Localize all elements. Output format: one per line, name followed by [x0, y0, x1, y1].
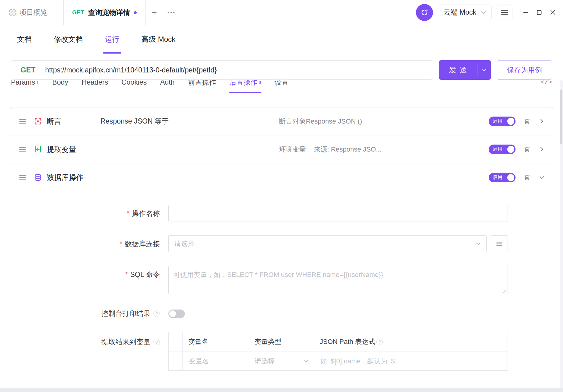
variables-table-header: 变量名 变量类型 JSON Path 表达式 ? — [169, 332, 508, 352]
chevron-down-icon — [476, 242, 481, 245]
refresh-icon — [420, 9, 428, 16]
project-overview-button[interactable]: 项目概览 — [0, 0, 56, 25]
minimize-button[interactable] — [519, 4, 533, 21]
request-subtabs-strip: Params1 Body Headers Cookies Auth 前置操作 后… — [11, 80, 552, 93]
database-connection-label: 数据库连接 — [125, 239, 160, 249]
request-doc-tab[interactable]: GET 查询宠物详情 — [63, 0, 146, 25]
expand-chevron-icon[interactable] — [539, 147, 544, 152]
subtab-headers[interactable]: Headers — [82, 80, 108, 93]
sql-command-textarea[interactable] — [168, 266, 508, 294]
col-json-path: JSON Path 表达式 ? — [314, 332, 508, 352]
tab-method-label: GET — [72, 9, 85, 16]
action-row-database[interactable]: 数据库操作 启用 — [10, 163, 553, 191]
new-tab-button[interactable] — [146, 0, 163, 25]
extract-source-meta: 来源: Response JSO... — [314, 145, 382, 154]
subtab-post-actions[interactable]: 后置操作3 — [229, 80, 261, 93]
viewport-bottom-edge — [0, 388, 563, 392]
post-actions-count-badge: 3 — [259, 80, 261, 85]
console-print-label: 控制台打印结果 — [101, 309, 150, 318]
maximize-icon — [537, 10, 542, 15]
database-connection-row: * 数据库连接 请选择 — [10, 235, 553, 252]
expand-chevron-icon[interactable] — [539, 119, 544, 124]
sync-button[interactable] — [416, 4, 433, 21]
enable-toggle[interactable]: 启用 — [489, 117, 515, 126]
titlebar-right: 云端 Mock — [416, 0, 563, 25]
unsaved-dot — [134, 11, 137, 14]
subtab-cookies[interactable]: Cookies — [121, 80, 147, 93]
extract-result-label: 提取结果到变量 — [101, 337, 150, 347]
database-connection-select[interactable]: 请选择 — [168, 235, 487, 252]
plus-icon — [151, 9, 157, 16]
grid-icon — [9, 9, 16, 16]
main-menu-button[interactable] — [497, 5, 512, 20]
action-row-extract-variable[interactable]: 提取变量 环境变量 来源: Response JSO... 启用 — [10, 135, 553, 163]
hamburger-icon — [501, 10, 508, 15]
sql-command-label: SQL 命令 — [130, 270, 160, 279]
tab-docs[interactable]: 文档 — [17, 25, 32, 54]
variable-type-select[interactable]: 请选择 — [255, 357, 308, 366]
help-icon[interactable]: ? — [153, 310, 160, 317]
header-spacer-cell — [169, 332, 183, 352]
assertion-subtitle: Response JSON 等于 — [100, 117, 279, 126]
send-dropdown-button[interactable] — [477, 60, 491, 80]
json-path-input[interactable] — [320, 357, 502, 366]
variables-table-row: 请选择 — [169, 352, 508, 370]
url-input[interactable]: https://mock.apifox.cn/m1/1040113-0-defa… — [45, 66, 216, 74]
delete-button[interactable] — [523, 118, 531, 125]
extract-result-row: 提取结果到变量 ? 变量名 变量类型 JSON Path 表达式 ? — [10, 332, 553, 371]
manage-connections-button[interactable] — [491, 235, 508, 252]
operation-name-label: 操作名称 — [132, 209, 160, 218]
titlebar-left: 项目概览 GET 查询宠物详情 — [0, 0, 416, 25]
close-icon — [550, 10, 555, 15]
action-title: 断言 — [47, 117, 100, 126]
method-label[interactable]: GET — [11, 66, 45, 74]
toggle-knob — [507, 118, 514, 125]
help-icon[interactable]: ? — [376, 339, 383, 345]
drag-handle-icon[interactable] — [19, 119, 26, 124]
maximize-button[interactable] — [533, 4, 546, 21]
subtab-params[interactable]: Params1 — [11, 80, 39, 93]
enable-toggle-label: 启用 — [493, 174, 502, 181]
operation-name-input[interactable] — [168, 205, 508, 222]
environment-selector[interactable]: 云端 Mock — [438, 5, 492, 20]
close-button[interactable] — [546, 4, 559, 21]
request-subtabs: Params1 Body Headers Cookies Auth 前置操作 后… — [11, 80, 552, 93]
minimize-icon — [523, 12, 528, 13]
collapse-chevron-icon[interactable] — [539, 175, 544, 180]
assertion-meta: 断言对象Response JSON () — [279, 117, 362, 126]
scrollbar-thumb[interactable] — [560, 90, 562, 144]
window-controls — [519, 4, 559, 21]
subtab-settings[interactable]: 设置 — [275, 80, 289, 93]
tab-run[interactable]: 运行 — [105, 25, 119, 54]
subtab-pre-actions[interactable]: 前置操作 — [188, 80, 216, 93]
help-icon[interactable]: ? — [153, 339, 160, 345]
action-row-assertion[interactable]: 断言 Response JSON 等于 断言对象Response JSON ()… — [10, 107, 553, 135]
send-label: 发 送 — [439, 60, 477, 80]
tab-advanced-mock[interactable]: 高级 Mock — [141, 25, 175, 54]
subtab-body[interactable]: Body — [52, 80, 68, 93]
url-input-group[interactable]: GET https://mock.apifox.cn/m1/1040113-0-… — [11, 60, 433, 80]
drag-handle-icon[interactable] — [19, 147, 26, 152]
enable-toggle-label: 启用 — [493, 118, 502, 124]
project-overview-label: 项目概览 — [19, 8, 48, 17]
more-tabs-button[interactable] — [163, 0, 180, 25]
connection-placeholder: 请选择 — [174, 239, 194, 248]
database-operation-form: * 操作名称 * 数据库连接 请选择 — [10, 191, 553, 383]
required-mark: * — [125, 271, 128, 279]
delete-button[interactable] — [523, 146, 531, 153]
drag-handle-icon[interactable] — [19, 175, 26, 180]
send-button[interactable]: 发 送 — [439, 60, 491, 80]
save-as-case-button[interactable]: 保存为用例 — [497, 60, 552, 80]
subtab-auth[interactable]: Auth — [160, 80, 174, 93]
tab-edit-docs[interactable]: 修改文档 — [54, 25, 83, 54]
environment-label: 云端 Mock — [444, 8, 476, 17]
params-count-badge: 1 — [36, 80, 39, 85]
code-icon[interactable]: </> — [540, 80, 552, 86]
variable-name-input[interactable] — [188, 357, 243, 366]
enable-toggle[interactable]: 启用 — [489, 173, 515, 182]
col-variable-name: 变量名 — [183, 332, 249, 352]
console-print-toggle[interactable] — [168, 310, 185, 318]
delete-button[interactable] — [523, 174, 531, 181]
toggle-knob — [507, 174, 514, 181]
enable-toggle[interactable]: 启用 — [489, 145, 515, 154]
